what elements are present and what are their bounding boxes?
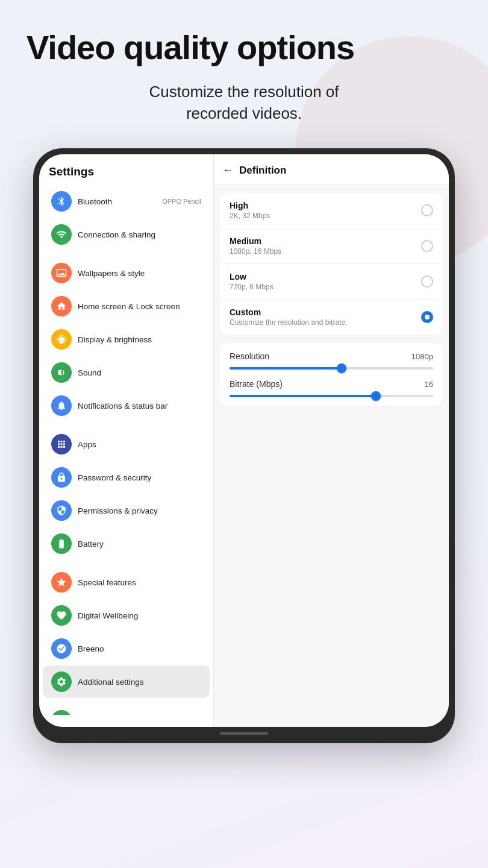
sidebar-title: Settings: [39, 154, 213, 184]
panel-title: Definition: [239, 165, 286, 177]
wellbeing-icon: [51, 605, 72, 626]
wallpapers-label: Wallpapers & style: [78, 269, 201, 278]
option-high[interactable]: High 2K, 32 Mbps: [220, 193, 443, 228]
resolution-slider-row: Resolution 1080p: [230, 351, 433, 370]
sidebar-item-breeno[interactable]: Breeno: [43, 632, 210, 665]
option-low-radio[interactable]: [421, 275, 433, 288]
sidebar-item-battery[interactable]: Battery: [43, 527, 210, 560]
option-low-text: Low 720p, 8 Mbps: [230, 272, 421, 291]
bitrate-value: 16: [425, 380, 433, 389]
bitrate-fill: [230, 395, 376, 397]
options-list: High 2K, 32 Mbps Medium 1080p, 16 Mbps: [220, 193, 443, 335]
option-custom-name: Custom: [230, 307, 421, 317]
display-label: Display & brightness: [78, 335, 201, 344]
phone-frame: Settings Bluetooth OPPO Pencil: [33, 148, 455, 743]
bitrate-label: Bitrate (Mbps): [230, 379, 283, 389]
bluetooth-label: Bluetooth: [78, 197, 162, 206]
sidebar: Settings Bluetooth OPPO Pencil: [39, 154, 214, 727]
option-medium-name: Medium: [230, 236, 421, 246]
password-label: Password & security: [78, 473, 201, 482]
sidebar-item-password[interactable]: Password & security: [43, 461, 210, 494]
apps-icon: [51, 434, 72, 454]
notifications-icon: [51, 395, 72, 416]
permissions-label: Permissions & privacy: [78, 506, 201, 515]
page-subtitle: Customize the resolution ofrecorded vide…: [27, 81, 461, 125]
option-low-name: Low: [230, 272, 421, 281]
option-medium-desc: 1080p, 16 Mbps: [230, 247, 421, 256]
password-icon: [51, 467, 72, 488]
sidebar-scroll[interactable]: Bluetooth OPPO Pencil Connection & shari…: [39, 184, 213, 715]
option-high-name: High: [230, 201, 421, 210]
option-low-desc: 720p, 8 Mbps: [230, 283, 421, 291]
battery-label: Battery: [78, 539, 201, 549]
back-button[interactable]: ←: [222, 164, 233, 177]
option-custom[interactable]: Custom Customize the resolution and bitr…: [220, 300, 443, 335]
sidebar-item-additional[interactable]: Additional settings: [43, 665, 210, 698]
option-high-text: High 2K, 32 Mbps: [230, 201, 421, 220]
sound-label: Sound: [78, 368, 201, 377]
special-icon: [51, 572, 72, 593]
breeno-label: Breeno: [78, 644, 201, 653]
sidebar-item-display[interactable]: Display & brightness: [43, 323, 210, 356]
additional-label: Additional settings: [78, 678, 201, 687]
sound-icon: [51, 362, 72, 383]
slider-section: Resolution 1080p Bitrate (Mbps) 16: [220, 343, 443, 406]
option-high-desc: 2K, 32 Mbps: [230, 212, 421, 220]
homescreen-label: Home screen & Lock screen: [78, 302, 201, 311]
sidebar-item-sound[interactable]: Sound: [43, 356, 210, 389]
bitrate-track[interactable]: [230, 395, 433, 397]
notifications-label: Notifications & status bar: [78, 401, 201, 410]
bitrate-thumb[interactable]: [371, 391, 381, 401]
sidebar-item-notifications[interactable]: Notifications & status bar: [43, 389, 210, 422]
page-title: Video quality options: [27, 29, 461, 66]
special-label: Special features: [78, 578, 201, 587]
about-icon: [51, 710, 72, 715]
sidebar-item-permissions[interactable]: Permissions & privacy: [43, 494, 210, 527]
sidebar-item-bluetooth[interactable]: Bluetooth OPPO Pencil: [43, 185, 210, 218]
resolution-header: Resolution 1080p: [230, 351, 433, 361]
resolution-fill: [230, 367, 342, 370]
phone-inner: Settings Bluetooth OPPO Pencil: [39, 154, 449, 727]
bluetooth-icon: [51, 191, 72, 212]
resolution-value: 1080p: [411, 352, 433, 361]
additional-icon: [51, 671, 72, 692]
connection-icon: [51, 224, 72, 245]
sidebar-item-apps[interactable]: Apps: [43, 428, 210, 461]
breeno-icon: [51, 638, 72, 659]
right-panel: ← Definition High 2K, 32 Mbps Med: [214, 154, 449, 727]
resolution-label: Resolution: [230, 351, 269, 361]
homescreen-icon: [51, 296, 72, 316]
option-custom-radio[interactable]: [421, 311, 433, 323]
option-custom-desc: Customize the resolution and bitrate.: [230, 318, 421, 327]
sidebar-item-special[interactable]: Special features: [43, 566, 210, 599]
battery-icon: [51, 533, 72, 554]
option-medium-radio[interactable]: [421, 240, 433, 252]
sidebar-item-about[interactable]: About device: [43, 704, 210, 715]
resolution-track[interactable]: [230, 367, 433, 370]
bluetooth-badge: OPPO Pencil: [162, 198, 201, 205]
option-medium-text: Medium 1080p, 16 Mbps: [230, 236, 421, 256]
option-custom-text: Custom Customize the resolution and bitr…: [230, 307, 421, 327]
phone-bottom-bar: [220, 732, 268, 735]
connection-label: Connection & sharing: [78, 230, 201, 239]
apps-label: Apps: [78, 440, 201, 449]
panel-header: ← Definition: [214, 154, 449, 184]
bitrate-header: Bitrate (Mbps) 16: [230, 379, 433, 389]
bitrate-slider-row: Bitrate (Mbps) 16: [230, 379, 433, 397]
sidebar-item-homescreen[interactable]: Home screen & Lock screen: [43, 290, 210, 322]
option-low[interactable]: Low 720p, 8 Mbps: [220, 264, 443, 300]
page-background: Video quality options Customize the reso…: [0, 0, 488, 868]
sidebar-item-connection[interactable]: Connection & sharing: [43, 218, 210, 251]
option-medium[interactable]: Medium 1080p, 16 Mbps: [220, 228, 443, 264]
wallpapers-icon: [51, 263, 72, 283]
permissions-icon: [51, 500, 72, 521]
header-section: Video quality options Customize the reso…: [0, 0, 488, 124]
sidebar-item-wallpapers[interactable]: Wallpapers & style: [43, 257, 210, 289]
wellbeing-label: Digital Wellbeing: [78, 611, 201, 620]
sidebar-item-wellbeing[interactable]: Digital Wellbeing: [43, 599, 210, 632]
resolution-thumb[interactable]: [337, 363, 346, 373]
option-high-radio[interactable]: [421, 204, 433, 216]
display-icon: [51, 329, 72, 350]
